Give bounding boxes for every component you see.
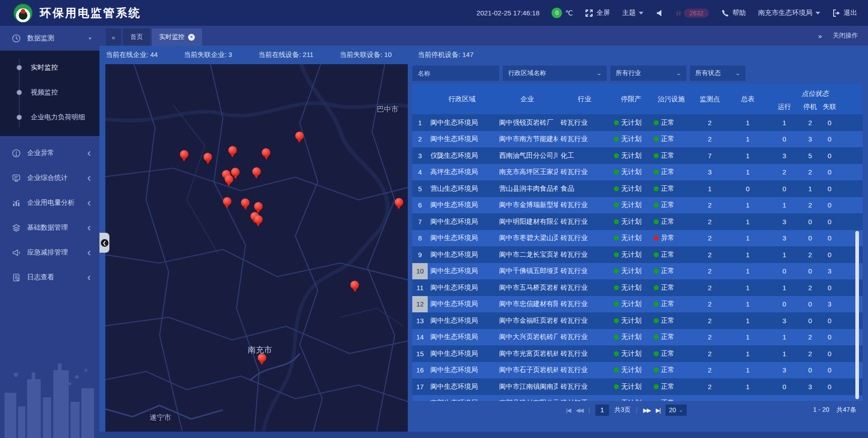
- status-dot-green: [654, 186, 659, 191]
- sidebar-item-power-usage-analysis[interactable]: 企业用电量分析 ❮: [0, 190, 99, 215]
- table-row[interactable]: 12阆中生态环境局阆中市忠信建材有限公砖瓦行业无计划正常21003: [412, 296, 863, 313]
- table-row[interactable]: 14阆中生态环境局阆中大兴页岩机砖厂砖瓦行业无计划正常21120: [412, 329, 863, 346]
- map-pin[interactable]: [252, 167, 261, 176]
- cell-facility-status: 正常: [651, 263, 692, 280]
- name-search-input[interactable]: [412, 66, 499, 81]
- cell-plan-status: 无计划: [611, 296, 651, 313]
- mute-speaker-button[interactable]: [656, 9, 664, 17]
- table-row[interactable]: 13阆中生态环境局阆中市金福旺页岩机砖砖瓦行业无计划正常21300: [412, 312, 863, 329]
- table-row[interactable]: 3仪陇生态环境局西南油气田分公司川中化工无计划正常71350: [412, 147, 863, 164]
- table-row[interactable]: 17阆中生态环境局阆中市江南镇阆南页岩砖瓦行业无计划正常21030: [412, 378, 863, 395]
- status-dot-green: [614, 170, 619, 174]
- cell-monitor-points: 2: [692, 114, 728, 131]
- sidebar-item-emergency-reduction[interactable]: 应急减排管理 ❮: [0, 240, 99, 265]
- cell-total-meters: 1: [728, 296, 768, 313]
- top-header-bar: 环保用电监管系统 2021-02-25 17:46:18 0 ℃ 全屏 主题: [0, 0, 868, 26]
- sidebar-item-realtime-monitoring[interactable]: 实时监控: [0, 55, 99, 80]
- cell-running-count: 1: [768, 279, 801, 296]
- map-pin[interactable]: [225, 175, 233, 184]
- table-row[interactable]: 16阆中生态环境局阆中市石子页岩机砖厂砖瓦行业无计划正常21300: [412, 362, 863, 379]
- sidebar-item-base-data-management[interactable]: 基础数据管理 ❮: [0, 215, 99, 240]
- close-operations-button[interactable]: 关闭操作: [833, 32, 858, 40]
- cell-total-meters: 1: [728, 345, 768, 362]
- sidebar-collapse-handle[interactable]: ❮: [99, 233, 109, 253]
- cell-region: 阆中生态环境局: [428, 246, 496, 263]
- sidebar-item-video-monitoring[interactable]: 视频监控: [0, 80, 99, 105]
- status-dot-green: [654, 334, 659, 339]
- cell-region: 阆中生态环境局: [428, 263, 496, 280]
- tabs-scroll-left-button[interactable]: «: [106, 28, 121, 46]
- cell-spacer: [840, 279, 863, 296]
- fullscreen-button[interactable]: 全屏: [585, 9, 610, 17]
- table-row[interactable]: 11阆中生态环境局阆中市五马桥页岩机砖砖瓦行业无计划正常21120: [412, 279, 863, 296]
- table-row[interactable]: 9阆中生态环境局阆中市二龙长宝页岩砖砖瓦行业无计划正常21120: [412, 246, 863, 263]
- tab-realtime-monitoring[interactable]: 实时监控 ✕: [152, 28, 202, 46]
- status-select[interactable]: 所有状态 ⌄: [690, 66, 745, 81]
- sidebar-item-log-view[interactable]: 日志查看 ❮: [0, 265, 99, 290]
- map-pin[interactable]: [295, 132, 304, 140]
- map-pin[interactable]: [241, 198, 250, 207]
- map-pin[interactable]: [395, 198, 403, 207]
- sidebar-item-enterprise-abnormal[interactable]: 企业异常 ❮: [0, 141, 99, 165]
- table-row[interactable]: 2阆中生态环境局阆中市南方节能建材有砖瓦行业无计划正常21030: [412, 131, 863, 148]
- first-page-button[interactable]: |◀: [566, 407, 570, 414]
- table-row[interactable]: 18南部生态环境局南部县建材有限公司建材加工无计划正常52050: [412, 395, 863, 401]
- status-dot-green: [614, 186, 619, 191]
- table-row[interactable]: 6阆中生态环境局阆中市金博瑞新型墙材砖瓦行业无计划正常21120: [412, 197, 863, 214]
- map-pin[interactable]: [203, 153, 212, 161]
- prev-page-button[interactable]: ◀◀: [576, 407, 583, 414]
- cell-row-number: 17: [412, 378, 428, 395]
- tab-home[interactable]: 首页: [123, 28, 150, 46]
- table-row[interactable]: 5营山生态环境局营山县润丰肉食品有限食品无计划正常10010: [412, 180, 863, 197]
- pagination-bar: |◀ ◀◀ | 1 共3页 | ▶▶ ▶| 20 ⌄ 1 - 20 共47条: [412, 401, 863, 419]
- cell-running-count: 3: [768, 230, 801, 247]
- industry-select[interactable]: 所有行业 ⌄: [610, 66, 686, 81]
- cell-industry: 砖瓦行业: [558, 312, 611, 329]
- help-button[interactable]: 帮助: [721, 9, 746, 17]
- cell-total-meters: 1: [728, 147, 768, 164]
- map-pin[interactable]: [254, 215, 263, 224]
- close-tab-icon[interactable]: ✕: [188, 34, 195, 41]
- layers-icon: [12, 223, 21, 232]
- cell-industry: 砖瓦行业: [558, 362, 611, 379]
- table-row[interactable]: 10阆中生态环境局阆中千佛镇五郎垭页岩砖瓦行业无计划正常21003: [412, 263, 863, 280]
- map-panel[interactable]: 巴中市南充市遂宁市: [105, 64, 408, 432]
- column-header-index: [412, 84, 428, 114]
- next-page-button[interactable]: ▶▶: [643, 407, 650, 414]
- cell-industry: 砖瓦行业: [558, 246, 611, 263]
- cell-running-count: 0: [768, 131, 801, 148]
- table-row[interactable]: 4高坪生态环境局南充市高坪区王家店建砖瓦行业无计划正常31220: [412, 164, 863, 181]
- table-scrollbar-thumb[interactable]: [855, 231, 859, 399]
- cell-running-count: 0: [768, 395, 801, 401]
- page-number-input[interactable]: 1: [595, 405, 609, 416]
- cell-company: 阆中千佛镇五郎垭页岩: [496, 263, 558, 280]
- region-select[interactable]: 行政区域名称 ⌄: [503, 66, 607, 81]
- org-dropdown[interactable]: 南充市生态环境局: [758, 9, 820, 17]
- cell-spacer: [840, 329, 863, 346]
- map-pin[interactable]: [254, 202, 263, 211]
- chevron-down-icon: ▾: [89, 36, 91, 41]
- page-size-select[interactable]: 20 ⌄: [665, 405, 687, 416]
- sidebar-item-power-load-detail[interactable]: 企业电力负荷明细: [0, 105, 99, 130]
- cell-facility-status: 异常: [651, 230, 692, 247]
- table-row[interactable]: 7阆中生态环境局阆中明阳建材有限公司砖瓦行业无计划正常21300: [412, 213, 863, 230]
- sidebar-item-enterprise-statistics[interactable]: 企业综合统计 ❮: [0, 165, 99, 190]
- logout-button[interactable]: 退出: [832, 9, 857, 17]
- cell-region: 阆中生态环境局: [428, 131, 496, 148]
- cell-region: 阆中生态环境局: [428, 329, 496, 346]
- phone-icon: [721, 9, 729, 17]
- filter-bar: 行政区域名称 ⌄ 所有行业 ⌄ 所有状态 ⌄: [412, 66, 863, 81]
- map-pin[interactable]: [350, 281, 359, 289]
- cell-facility-status: 正常: [651, 164, 692, 181]
- cell-running-count: 1: [768, 197, 801, 214]
- cell-company: 阆中市二龙长宝页岩砖: [496, 246, 558, 263]
- table-row[interactable]: 8阆中生态环境局阆中市枣碧大梁山页岩砖瓦行业无计划异常21300: [412, 230, 863, 247]
- table-row[interactable]: 1阆中生态环境局阆中强锐页岩砖厂砖瓦行业无计划正常21120: [412, 114, 863, 131]
- last-page-button[interactable]: ▶|: [656, 407, 660, 414]
- sidebar-item-data-monitoring[interactable]: 数据监测 ▾: [0, 26, 99, 51]
- theme-dropdown[interactable]: 主题: [622, 9, 643, 17]
- tabs-scroll-right-button[interactable]: »: [818, 32, 822, 40]
- table-row[interactable]: 15阆中生态环境局阆中市光富页岩机砖厂砖瓦行业无计划正常21120: [412, 345, 863, 362]
- notification-area[interactable]: ⍾ 2632: [676, 9, 709, 18]
- stat-stopped-devices: 当前停机设备:147: [418, 51, 473, 59]
